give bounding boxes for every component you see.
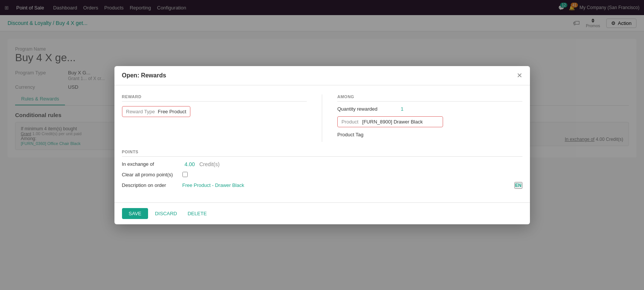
modal-footer: SAVE DISCARD DELETE: [114, 202, 530, 224]
delete-button[interactable]: DELETE: [184, 208, 211, 219]
modal-title: Open: Rewards: [122, 72, 166, 79]
reward-type-label: Reward Type: [126, 109, 155, 114]
in-exchange-of-label: In exchange of: [122, 161, 182, 167]
points-section: POINTS In exchange of 4.00 Credit(s) Cle…: [122, 150, 522, 189]
product-form-label: Product: [341, 119, 358, 125]
save-button[interactable]: SAVE: [122, 208, 148, 219]
modal-overlay: Open: Rewards ✕ REWARD Reward Type Free …: [0, 0, 644, 290]
in-exchange-of-row: In exchange of 4.00 Credit(s): [122, 161, 522, 167]
description-row: Description on order Free Product - Draw…: [122, 182, 522, 189]
reward-section-label: REWARD: [122, 94, 307, 102]
product-highlight-box: Product [FURN_8900] Drawer Black: [337, 116, 443, 127]
reward-type-value: Free Product: [158, 109, 186, 114]
quantity-rewarded-row: Quantity rewarded 1: [337, 106, 522, 112]
discard-button[interactable]: DISCARD: [151, 208, 181, 219]
reward-type-row: Reward Type Free Product: [122, 106, 307, 117]
exchange-unit: Credit(s): [199, 161, 220, 167]
clear-promo-label: Clear all promo point(s): [122, 172, 182, 177]
exchange-amount: 4.00: [185, 161, 195, 167]
modal-columns: REWARD Reward Type Free Product AMONG: [122, 94, 522, 142]
clear-promo-checkbox[interactable]: [182, 172, 188, 177]
language-button[interactable]: EN: [514, 182, 522, 189]
reward-column: REWARD Reward Type Free Product: [122, 94, 307, 142]
reward-type-highlight-box: Reward Type Free Product: [122, 106, 191, 117]
modal-divider: [322, 94, 322, 142]
description-value: Free Product - Drawer Black: [182, 182, 244, 188]
among-section-label: AMONG: [337, 94, 522, 102]
modal-close-button[interactable]: ✕: [517, 72, 522, 79]
product-tag-row: Product Tag: [337, 132, 522, 137]
modal-dialog: Open: Rewards ✕ REWARD Reward Type Free …: [114, 66, 530, 224]
product-tag-label: Product Tag: [337, 132, 398, 137]
description-label: Description on order: [122, 182, 182, 188]
among-column: AMONG Quantity rewarded 1 Product [FURN_…: [337, 94, 522, 142]
product-form-value: [FURN_8900] Drawer Black: [362, 119, 423, 125]
product-row: Product [FURN_8900] Drawer Black: [337, 116, 522, 127]
points-section-label: POINTS: [122, 150, 522, 157]
clear-promo-checkbox-wrapper: [182, 172, 188, 177]
quantity-rewarded-label: Quantity rewarded: [337, 106, 398, 112]
clear-promo-row: Clear all promo point(s): [122, 172, 522, 177]
quantity-rewarded-value: 1: [401, 106, 403, 112]
modal-header: Open: Rewards ✕: [114, 66, 530, 85]
modal-body: REWARD Reward Type Free Product AMONG: [114, 85, 530, 202]
